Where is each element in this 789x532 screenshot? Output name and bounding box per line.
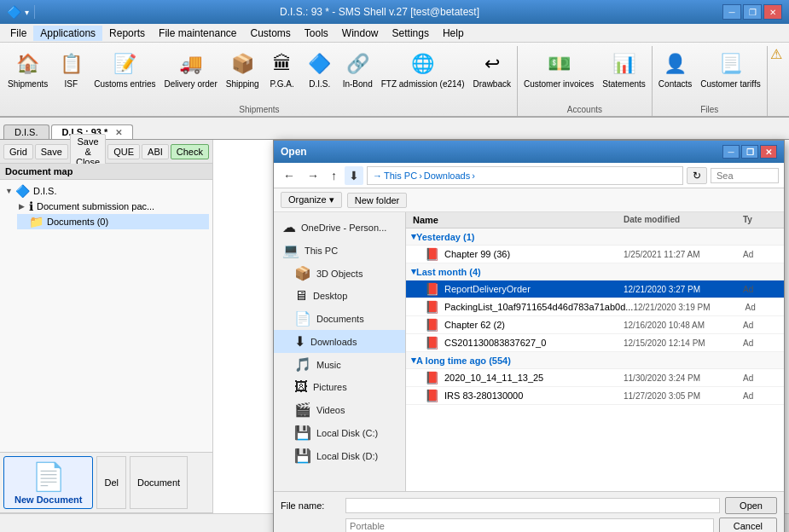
menu-window[interactable]: Window — [335, 26, 386, 41]
file-row-selected[interactable]: 📕 ReportDeliveryOrder 12/21/2020 3:27 PM… — [406, 280, 784, 298]
nav-onedrive[interactable]: ☁ OneDrive - Person... — [274, 216, 405, 239]
nav-music[interactable]: 🎵 Music — [274, 353, 405, 376]
nav-local-disk-d[interactable]: 💾 Local Disk (D:) — [274, 444, 405, 467]
menu-file[interactable]: File — [3, 26, 33, 41]
dialog-minimize-button[interactable]: ─ — [722, 145, 740, 159]
ribbon-btn-customer-tariffs[interactable]: 📃 Customer tariffs — [696, 48, 764, 92]
local-disk-c-icon: 💾 — [294, 425, 311, 441]
del-button[interactable]: Del — [96, 456, 126, 509]
restore-button[interactable]: ❐ — [743, 4, 762, 20]
open-button[interactable]: Open — [725, 497, 777, 514]
menu-help[interactable]: Help — [436, 26, 471, 41]
customs-entries-icon: 📝 — [111, 50, 138, 78]
main-area: Grid Save Save & Close QUE ABI Check Doc… — [0, 140, 789, 513]
new-folder-button[interactable]: New folder — [347, 193, 408, 208]
menu-file-maintenance[interactable]: File maintenance — [152, 26, 243, 41]
dialog-restore-button[interactable]: ❐ — [741, 145, 758, 159]
group-long-ago[interactable]: ▾ A long time ago (554) — [406, 352, 784, 369]
path-this-pc[interactable]: This PC — [384, 171, 417, 181]
file-name-6: 2020_10_14_11_13_25 — [444, 373, 624, 383]
menu-tools[interactable]: Tools — [298, 26, 335, 41]
check-button[interactable]: Check — [171, 144, 209, 159]
close-button[interactable]: ✕ — [763, 4, 782, 20]
menu-reports[interactable]: Reports — [102, 26, 152, 41]
customer-tariffs-icon: 📃 — [717, 50, 745, 78]
nav-back-button[interactable]: ← — [279, 166, 299, 185]
dialog-title: Open — [281, 146, 721, 158]
tab-dis[interactable]: D.I.S. — [3, 124, 49, 139]
ribbon-section-accounts: Accounts — [567, 105, 602, 114]
dialog-close-button[interactable]: ✕ — [760, 145, 777, 159]
tree-item-dis[interactable]: ▼ 🔷 D.I.S. — [3, 183, 209, 199]
tree-item-documents[interactable]: 📁 Documents (0) — [17, 214, 209, 229]
ribbon-files-section: 👤 Contacts 📃 Customer tariffs Files — [653, 46, 768, 116]
file-row-3[interactable]: 📕 Chapter 62 (2) 12/16/2020 10:48 AM Ad — [406, 316, 784, 334]
minimize-button[interactable]: ─ — [722, 4, 741, 20]
ribbon-btn-drawback[interactable]: ↩ Drawback — [469, 48, 515, 92]
menu-applications[interactable]: Applications — [33, 26, 102, 41]
nav-local-disk-c[interactable]: 💾 Local Disk (C:) — [274, 421, 405, 444]
group-yesterday[interactable]: ▾ Yesterday (1) — [406, 228, 784, 246]
save-button[interactable]: Save — [35, 144, 68, 159]
file-row[interactable]: 📕 Chapter 99 (36) 1/25/2021 11:27 AM Ad — [406, 246, 784, 263]
nav-pictures[interactable]: 🖼 Pictures — [274, 376, 405, 398]
group-last-month[interactable]: ▾ Last month (4) — [406, 263, 784, 280]
nav-forward-button[interactable]: → — [303, 166, 323, 185]
path-downloads[interactable]: Downloads — [424, 171, 470, 181]
filename-input[interactable] — [345, 498, 720, 513]
grid-button[interactable]: Grid — [3, 144, 33, 159]
document-button[interactable]: Document — [130, 456, 188, 509]
ribbon-btn-dis[interactable]: 🔷 D.I.S. — [301, 48, 339, 92]
new-document-button[interactable]: 📄 New Document — [3, 456, 93, 509]
nav-videos[interactable]: 🎬 Videos — [274, 398, 405, 421]
left-panel: Grid Save Save & Close QUE ABI Check Doc… — [0, 140, 213, 513]
menu-settings[interactable]: Settings — [386, 26, 436, 41]
refresh-button[interactable]: ↻ — [687, 167, 707, 184]
file-name-5: CS201130083837627_0 — [444, 338, 624, 348]
menu-customs[interactable]: Customs — [243, 26, 297, 41]
customer-tariffs-label: Customer tariffs — [700, 79, 760, 90]
ribbon-btn-isf[interactable]: 📋 ISF — [52, 48, 90, 92]
dialog-file-list: Name Date modified Ty ▾ Yesterday (1) 📕 … — [406, 212, 784, 491]
search-input[interactable] — [711, 168, 779, 183]
nav-downloads[interactable]: ⬇ Downloads — [274, 330, 405, 353]
ribbon-btn-ftz[interactable]: 🌐 FTZ admission (e214) — [377, 48, 469, 92]
ribbon-btn-shipments[interactable]: 🏠 Shipments — [3, 48, 52, 92]
contacts-label: Contacts — [658, 79, 692, 90]
ribbon-btn-customer-invoices[interactable]: 💵 Customer invoices — [519, 48, 598, 92]
nav-down-button[interactable]: ⬇ — [345, 166, 363, 185]
filetype-input[interactable] — [345, 518, 714, 532]
ribbon-btn-statements[interactable]: 📊 Statements — [598, 48, 650, 92]
ribbon-btn-contacts[interactable]: 👤 Contacts — [654, 48, 696, 92]
ribbon-btn-inbond[interactable]: 🔗 In-Bond — [339, 48, 377, 92]
nav-this-pc[interactable]: 💻 This PC — [274, 239, 405, 262]
file-date-6: 11/30/2020 3:24 PM — [624, 373, 743, 383]
cancel-button[interactable]: Cancel — [719, 518, 777, 532]
group-last-month-label: Last month (4) — [416, 267, 481, 277]
nav-documents[interactable]: 📄 Documents — [274, 307, 405, 330]
ribbon-btn-shipping[interactable]: 📦 Shipping — [222, 48, 264, 92]
dialog-address-bar: ← → ↑ ⬇ → This PC › Downloads › ↻ — [274, 163, 784, 188]
ftz-icon: 🌐 — [409, 50, 437, 78]
dis-icon: 🔷 — [306, 50, 334, 78]
tab-bar: D.I.S. D.I.S.: 93 * ✕ — [0, 118, 789, 140]
ribbon-btn-customs-entries[interactable]: 📝 Customs entries — [90, 48, 160, 92]
nav-desktop[interactable]: 🖥 Desktop — [274, 285, 405, 307]
nav-3d-objects[interactable]: 📦 3D Objects — [274, 262, 405, 285]
que-button[interactable]: QUE — [107, 144, 140, 159]
file-row-4[interactable]: 📕 CS201130083837627_0 12/15/2020 12:14 P… — [406, 334, 784, 352]
file-row-2[interactable]: 📕 PackingList_10af9711654d46d783a71ab0d.… — [406, 298, 784, 316]
tree-item-doc-submission[interactable]: ▶ ℹ Document submission pac... — [17, 199, 209, 214]
organize-button[interactable]: Organize ▾ — [281, 192, 342, 208]
ribbon-btn-pga[interactable]: 🏛 P.G.A. — [264, 48, 301, 92]
tab-close-icon[interactable]: ✕ — [115, 128, 122, 137]
file-type-2: Ad — [743, 285, 777, 294]
shipments-label: Shipments — [8, 79, 48, 90]
title-bar: 🔷 ▾ D.I.S.: 93 * - SMS Shell v.27 [test@… — [0, 0, 789, 24]
file-row-5[interactable]: 📕 2020_10_14_11_13_25 11/30/2020 3:24 PM… — [406, 369, 784, 387]
nav-up-button[interactable]: ↑ — [327, 166, 341, 185]
file-row-6[interactable]: 📕 IRS 83-280130000 11/27/2020 3:05 PM Ad — [406, 387, 784, 405]
ribbon-btn-delivery-order[interactable]: 🚚 Delivery order — [160, 48, 222, 92]
file-pdf-icon-4: 📕 — [425, 318, 439, 332]
abi-button[interactable]: ABI — [142, 144, 169, 159]
